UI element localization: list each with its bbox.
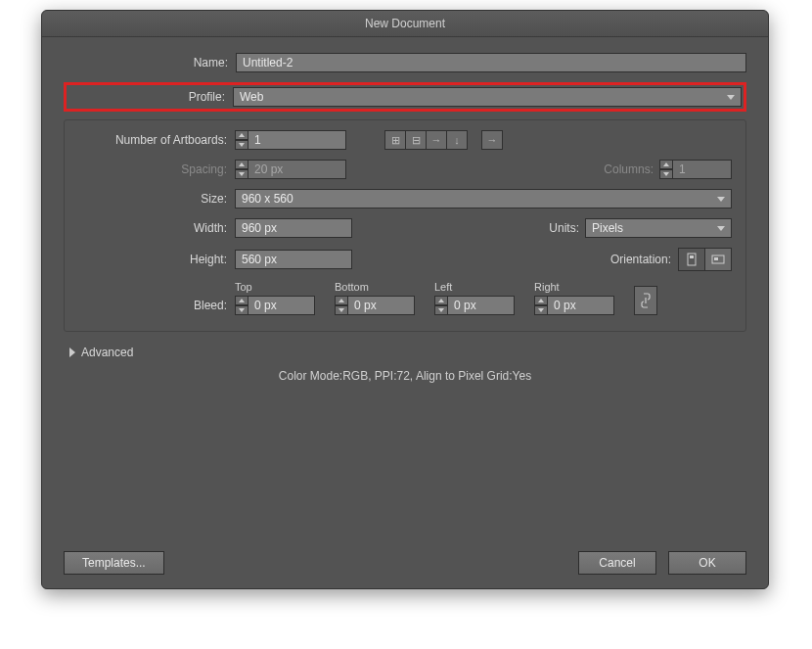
name-label: Name: xyxy=(64,56,236,70)
svg-rect-3 xyxy=(714,257,718,260)
spacing-input xyxy=(248,160,346,179)
bleed-top-spinner[interactable] xyxy=(235,296,248,315)
width-label: Width: xyxy=(78,221,235,235)
height-row: Height: Orientation: xyxy=(78,248,732,271)
advanced-label: Advanced xyxy=(81,346,133,359)
orientation-portrait-button[interactable] xyxy=(678,248,705,271)
spinner-down-icon xyxy=(235,169,248,179)
profile-select[interactable]: Web xyxy=(233,87,742,107)
disclosure-triangle-icon xyxy=(69,348,75,357)
bleed-top-col: Top xyxy=(235,281,315,315)
profile-highlight: Profile: Web xyxy=(64,82,746,112)
new-document-dialog: New Document Name: Profile: Web Number o… xyxy=(41,10,769,589)
bleed-row: Bleed: Top Bottom xyxy=(78,281,732,315)
artboard-arrangement-group: ⊞ ⊟ → ↓ xyxy=(385,130,468,150)
portrait-icon xyxy=(686,253,698,266)
bleed-label: Bleed: xyxy=(78,299,235,315)
columns-input xyxy=(673,160,732,179)
spinner-down-icon[interactable] xyxy=(235,140,248,150)
name-row: Name: xyxy=(64,53,746,72)
height-label: Height: xyxy=(78,253,235,266)
artboard-group: Number of Artboards: ⊞ ⊟ → ↓ → Spacing: xyxy=(64,119,746,332)
bleed-right-label: Right xyxy=(534,281,614,293)
height-input[interactable] xyxy=(235,250,352,269)
svg-rect-1 xyxy=(690,255,694,258)
artboards-spinner[interactable] xyxy=(235,130,346,150)
grid-by-col-icon[interactable]: ⊟ xyxy=(405,130,427,150)
spinner-up-icon xyxy=(235,160,248,169)
spacing-row: Spacing: Columns: xyxy=(78,160,732,179)
width-input[interactable] xyxy=(235,218,352,238)
bleed-bottom-input[interactable] xyxy=(348,296,415,315)
advanced-toggle[interactable]: Advanced xyxy=(69,346,746,359)
orientation-landscape-button[interactable] xyxy=(704,248,732,271)
chevron-down-icon xyxy=(727,95,735,100)
landscape-icon xyxy=(711,254,725,265)
spinner-down-icon xyxy=(659,169,673,179)
profile-label: Profile: xyxy=(68,90,233,104)
bleed-right-input[interactable] xyxy=(548,296,614,315)
columns-label: Columns: xyxy=(604,162,659,176)
columns-spinner xyxy=(659,160,732,179)
bleed-bottom-label: Bottom xyxy=(335,281,415,293)
bleed-left-input[interactable] xyxy=(448,296,515,315)
bleed-top-label: Top xyxy=(235,281,315,293)
units-select[interactable]: Pixels xyxy=(585,218,732,238)
bleed-right-col: Right xyxy=(534,281,614,315)
artboards-row: Number of Artboards: ⊞ ⊟ → ↓ → xyxy=(78,130,732,150)
link-icon xyxy=(641,293,651,308)
cancel-button[interactable]: Cancel xyxy=(578,551,656,575)
bleed-bottom-spinner[interactable] xyxy=(335,296,348,315)
bleed-top-input[interactable] xyxy=(248,296,315,315)
spacing-label: Spacing: xyxy=(78,162,235,176)
dialog-title: New Document xyxy=(42,11,768,37)
name-input[interactable] xyxy=(236,53,746,72)
templates-button[interactable]: Templates... xyxy=(64,551,164,575)
dialog-content: Name: Profile: Web Number of Artboards: xyxy=(42,37,768,396)
units-value: Pixels xyxy=(592,221,623,235)
button-bar: Templates... Cancel OK xyxy=(64,551,746,575)
grid-by-row-icon[interactable]: ⊞ xyxy=(384,130,406,150)
spinner-up-icon[interactable] xyxy=(235,130,248,140)
size-row: Size: 960 x 560 xyxy=(78,189,732,209)
summary-text: Color Mode:RGB, PPI:72, Align to Pixel G… xyxy=(64,369,746,383)
bleed-left-label: Left xyxy=(434,281,515,293)
artboards-label: Number of Artboards: xyxy=(78,133,235,147)
orientation-label: Orientation: xyxy=(610,253,679,266)
units-label: Units: xyxy=(549,221,585,235)
ok-button[interactable]: OK xyxy=(668,551,746,575)
chevron-down-icon xyxy=(717,226,725,231)
arrange-col-icon[interactable]: ↓ xyxy=(446,130,468,150)
size-select[interactable]: 960 x 560 xyxy=(235,189,732,209)
profile-value: Web xyxy=(240,90,263,104)
bleed-left-spinner[interactable] xyxy=(434,296,448,315)
size-value: 960 x 560 xyxy=(242,192,293,206)
artboards-input[interactable] xyxy=(248,130,346,150)
arrange-row-icon[interactable]: → xyxy=(426,130,447,150)
width-row: Width: Units: Pixels xyxy=(78,218,732,238)
profile-row: Profile: Web xyxy=(68,87,742,107)
bleed-right-spinner[interactable] xyxy=(534,296,548,315)
size-label: Size: xyxy=(78,192,235,206)
link-bleed-button[interactable] xyxy=(634,286,657,315)
spacing-spinner xyxy=(235,160,346,179)
bleed-bottom-col: Bottom xyxy=(335,281,415,315)
svg-rect-0 xyxy=(688,254,696,265)
spinner-up-icon xyxy=(659,160,673,169)
bleed-left-col: Left xyxy=(434,281,515,315)
chevron-down-icon xyxy=(717,197,725,202)
layout-direction-icon[interactable]: → xyxy=(481,130,503,150)
